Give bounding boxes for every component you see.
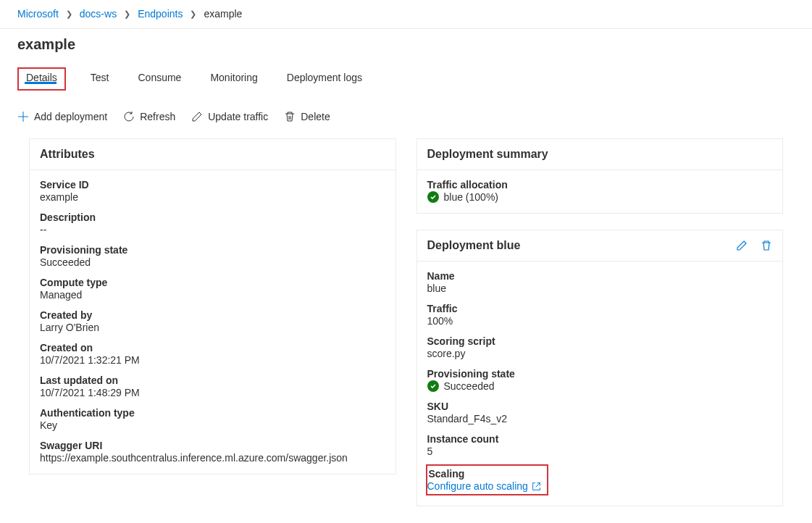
plus-icon [17,111,29,122]
success-icon [427,191,439,203]
success-icon [427,380,439,392]
add-deployment-label: Add deployment [34,111,107,122]
compute-type-value: Managed [40,289,385,301]
tab-details[interactable]: Details [17,67,66,91]
scoring-script-value: score.py [427,348,773,359]
chevron-right-icon: ❯ [66,9,72,19]
tab-consume[interactable]: Consume [133,67,185,91]
tabs: Details Test Consume Monitoring Deployme… [0,59,812,91]
tab-test[interactable]: Test [86,67,114,91]
created-by-value: Larry O'Brien [40,322,385,333]
tab-active-indicator [25,82,56,84]
refresh-button[interactable]: Refresh [123,111,175,122]
swagger-uri-label: Swagger URI [40,440,385,452]
name-value: blue [427,283,773,294]
auth-type-value: Key [40,419,385,431]
breadcrumb-endpoints[interactable]: Endpoints [138,8,183,20]
last-updated-label: Last updated on [40,375,385,387]
delete-label: Delete [301,111,330,122]
configure-auto-scaling-link[interactable]: Configure auto scaling [427,480,541,492]
breadcrumb-current: example [204,8,242,20]
attributes-panel: Attributes Service ID example Descriptio… [29,138,396,474]
tab-deployment-logs[interactable]: Deployment logs [282,67,367,91]
service-id-label: Service ID [40,179,385,191]
deployment-blue-header: Deployment blue [427,239,521,252]
dep-provisioning-state-label: Provisioning state [427,368,773,380]
sku-value: Standard_F4s_v2 [427,413,773,424]
scaling-highlight: Scaling Configure auto scaling [426,464,548,495]
swagger-uri-value: https://example.southcentralus.inference… [40,452,385,464]
traffic-value: 100% [427,315,773,327]
add-deployment-button[interactable]: Add deployment [17,111,107,122]
breadcrumb: Microsoft ❯ docs-ws ❯ Endpoints ❯ exampl… [0,0,812,29]
breadcrumb-docs-ws[interactable]: docs-ws [80,8,117,20]
chevron-right-icon: ❯ [190,9,196,19]
dep-provisioning-state-value: Succeeded [427,380,773,392]
page-title: example [0,29,812,59]
delete-icon[interactable] [761,240,772,251]
instance-count-value: 5 [427,445,773,457]
scoring-script-label: Scoring script [427,335,773,348]
service-id-value: example [40,191,385,203]
update-traffic-button[interactable]: Update traffic [191,111,268,122]
external-link-icon [532,482,541,491]
deployment-summary-panel: Deployment summary Traffic allocation bl… [417,138,784,214]
update-traffic-label: Update traffic [208,111,268,122]
description-label: Description [40,212,385,224]
traffic-allocation-value: blue (100%) [427,191,773,203]
traffic-allocation-label: Traffic allocation [427,179,773,191]
attributes-header: Attributes [30,139,395,170]
instance-count-label: Instance count [427,433,773,445]
refresh-icon [123,111,135,122]
deployment-blue-panel: Deployment blue Name blue Traffic 100% S… [417,230,784,506]
name-label: Name [427,270,773,283]
created-by-label: Created by [40,309,385,322]
breadcrumb-microsoft[interactable]: Microsoft [17,8,59,20]
provisioning-state-label: Provisioning state [40,244,385,256]
traffic-label: Traffic [427,303,773,315]
refresh-label: Refresh [140,111,175,122]
description-value: -- [40,224,385,235]
auth-type-label: Authentication type [40,407,385,419]
edit-icon [191,111,203,122]
tab-monitoring[interactable]: Monitoring [206,67,261,91]
provisioning-state-value: Succeeded [40,256,385,268]
created-on-value: 10/7/2021 1:32:21 PM [40,354,385,366]
sku-label: SKU [427,401,773,413]
created-on-label: Created on [40,342,385,354]
delete-icon [284,111,296,122]
delete-button[interactable]: Delete [284,111,330,122]
deployment-summary-header: Deployment summary [417,139,783,170]
scaling-label: Scaling [427,468,541,480]
last-updated-value: 10/7/2021 1:48:29 PM [40,387,385,398]
chevron-right-icon: ❯ [124,9,130,19]
compute-type-label: Compute type [40,277,385,289]
edit-icon[interactable] [736,240,748,251]
toolbar: Add deployment Refresh Update traffic De… [0,99,812,138]
